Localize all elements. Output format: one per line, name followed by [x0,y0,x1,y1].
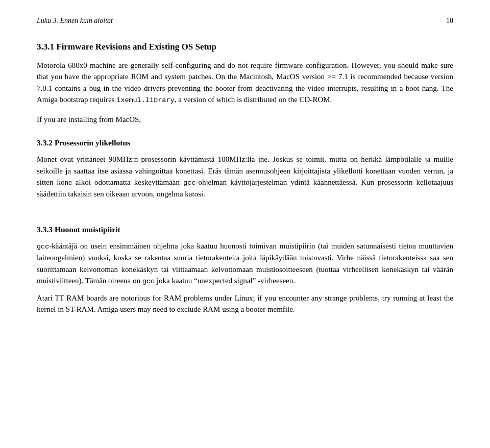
if-installing-text: If you are installing from MacOS, [37,114,453,126]
section-332-para1: Monet ovat yrittäneet 90MHz:n prosessori… [37,154,453,200]
section-333-para1: gcc-kääntäjä on usein ensimmäinen ohjelm… [37,240,453,287]
section-333: 3.3.3 Huonot muistipiirit gcc-kääntäjä o… [37,223,453,315]
section-333-heading: 3.3.3 Huonot muistipiirit [37,223,453,235]
spacer-1 [37,207,453,212]
section-331: 3.3.1 Firmware Revisions and Existing OS… [37,40,453,126]
gcc-code-3: gcc [142,278,155,285]
chapter-title: Luku 3. Ennen kuin aloitat [37,15,113,26]
gcc-code-1: gcc [183,179,195,187]
page-header: Luku 3. Ennen kuin aloitat 10 [37,15,453,26]
page: Luku 3. Ennen kuin aloitat 10 3.3.1 Firm… [0,0,490,343]
section-332: 3.3.2 Prosessorin ylikellotus Monet ovat… [37,137,453,200]
gcc-code-2: gcc [37,243,49,251]
section-331-para1: Motorola 680x0 machine are generally sel… [37,60,453,106]
section-332-heading: 3.3.2 Prosessorin ylikellotus [37,137,453,148]
section-333-para2: Atari TT RAM boards are notorious for RA… [37,292,453,315]
page-number: 10 [446,15,453,26]
section-331-heading: 3.3.1 Firmware Revisions and Existing OS… [37,40,453,54]
ixemul-code: ixemul.library [116,96,174,104]
